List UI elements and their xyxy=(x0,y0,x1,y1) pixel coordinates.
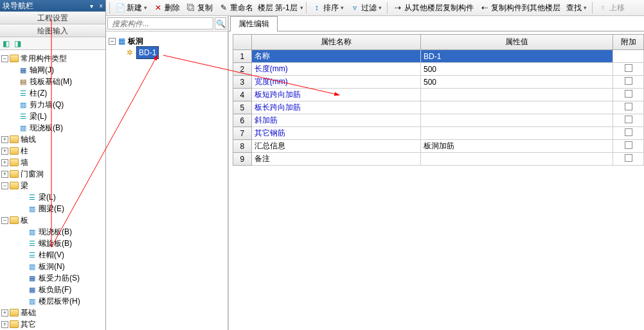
search-button[interactable]: 🔍 xyxy=(215,17,226,30)
property-value[interactable]: 板洞加筋 xyxy=(420,140,613,153)
property-value[interactable]: 500 xyxy=(420,76,613,89)
copy-button[interactable]: ⿻复制 xyxy=(183,1,215,15)
tree-leaf[interactable]: ▥剪力墙(Q) xyxy=(1,99,104,110)
property-attach[interactable] xyxy=(613,127,644,140)
checkbox[interactable] xyxy=(625,90,632,98)
property-value[interactable] xyxy=(420,127,613,140)
checkbox[interactable] xyxy=(625,128,632,136)
expand-icon[interactable]: + xyxy=(1,171,8,178)
sort-button[interactable]: ↕排序▾ xyxy=(309,1,346,15)
tree-leaf[interactable]: ☰梁(L) xyxy=(1,110,104,122)
close-icon[interactable]: × xyxy=(99,3,103,10)
property-value[interactable] xyxy=(420,89,613,101)
expand-icon[interactable]: + xyxy=(1,321,8,328)
checkbox[interactable] xyxy=(625,64,632,72)
property-attach[interactable] xyxy=(613,140,644,153)
tab-project[interactable]: 工程设置 xyxy=(0,12,105,24)
property-row[interactable]: 2长度(mm)500 xyxy=(233,63,644,76)
tree-leaf[interactable]: ▦板受力筋(S) xyxy=(1,272,104,284)
expand-icon[interactable]: + xyxy=(1,159,8,166)
chevron-down-icon[interactable]: ▾ xyxy=(300,4,303,11)
floor-value[interactable]: 第-1层 xyxy=(275,3,298,13)
col-value: 属性值 xyxy=(420,35,613,50)
checkbox[interactable] xyxy=(625,116,632,123)
tree-leaf[interactable]: ▥现浇板(B) xyxy=(1,122,104,134)
tree-leaf[interactable]: ☰柱(Z) xyxy=(1,87,104,99)
property-row[interactable]: 3宽度(mm)500 xyxy=(233,76,644,89)
tree-label: 门窗洞 xyxy=(21,168,44,180)
property-row[interactable]: 5板长跨向加筋 xyxy=(233,101,644,114)
property-value[interactable] xyxy=(420,101,613,114)
tree-leaf[interactable]: ▦轴网(J) xyxy=(1,64,104,76)
property-value[interactable] xyxy=(420,114,613,127)
tree-folder[interactable]: −板 xyxy=(1,214,104,226)
tree-folder[interactable]: −常用构件类型 xyxy=(1,53,104,64)
property-value[interactable] xyxy=(420,153,613,166)
property-row[interactable]: 7其它钢筋 xyxy=(233,127,644,140)
find-button[interactable]: 查找▾ xyxy=(564,1,589,15)
checkbox[interactable] xyxy=(625,141,632,149)
collapse-icon[interactable]: − xyxy=(109,38,116,45)
property-row[interactable]: 6斜加筋 xyxy=(233,114,644,127)
tree-folder[interactable]: −梁 xyxy=(1,180,104,191)
blue-icon: ▥ xyxy=(28,227,37,236)
filter-button[interactable]: ▿过滤▾ xyxy=(347,1,384,15)
tree-folder[interactable]: +基础 xyxy=(1,307,104,318)
tree-leaf[interactable]: ☰螺旋板(B) xyxy=(1,238,104,249)
tree-leaf[interactable]: ▥板洞(N) xyxy=(1,261,104,272)
tab-draw[interactable]: 绘图输入 xyxy=(0,24,105,37)
expand-icon[interactable]: + xyxy=(1,136,8,143)
blue-icon: ▥ xyxy=(19,123,28,132)
property-attach[interactable] xyxy=(613,89,644,101)
mini-icon-1[interactable]: ◧ xyxy=(3,39,12,48)
property-attach[interactable] xyxy=(613,63,644,76)
tab-property-edit[interactable]: 属性编辑 xyxy=(230,16,278,31)
checkbox[interactable] xyxy=(625,103,632,110)
expand-icon[interactable]: − xyxy=(1,182,8,189)
property-attach[interactable] xyxy=(613,114,644,127)
checkbox[interactable] xyxy=(625,154,632,162)
new-button[interactable]: 📄新建▾ xyxy=(112,1,150,15)
tree-folder[interactable]: +墙 xyxy=(1,157,104,168)
expand-icon[interactable]: + xyxy=(1,309,8,317)
expand-icon[interactable]: + xyxy=(1,148,8,155)
property-attach[interactable] xyxy=(613,50,644,63)
checkbox[interactable] xyxy=(625,77,632,85)
property-row[interactable]: 4板短跨向加筋 xyxy=(233,89,644,101)
grid-icon: ▦ xyxy=(28,274,37,282)
component-item-label: BD-1 xyxy=(136,46,159,59)
property-attach[interactable] xyxy=(613,101,644,114)
search-input[interactable] xyxy=(107,17,213,30)
delete-button[interactable]: ✕删除 xyxy=(150,1,183,15)
property-attach[interactable] xyxy=(613,153,644,166)
tree-folder[interactable]: +柱 xyxy=(1,145,104,157)
tree-folder[interactable]: +轴线 xyxy=(1,134,104,145)
tree-folder[interactable]: +门窗洞 xyxy=(1,168,104,180)
property-row[interactable]: 1名称BD-1 xyxy=(233,50,644,63)
tree-leaf[interactable]: ▥圈梁(E) xyxy=(1,203,104,214)
folder-icon xyxy=(10,216,19,224)
mini-icon-2[interactable]: ◨ xyxy=(14,39,23,48)
up-button: ↑上移 xyxy=(595,1,627,15)
tree-leaf[interactable]: ☰柱帽(V) xyxy=(1,249,104,261)
property-attach[interactable] xyxy=(613,76,644,89)
property-row[interactable]: 9备注 xyxy=(233,153,644,166)
tree-leaf[interactable]: ▤筏板基础(M) xyxy=(1,76,104,87)
property-value[interactable]: BD-1 xyxy=(420,50,613,63)
expand-icon[interactable]: − xyxy=(1,217,8,224)
copy-to-other-button[interactable]: ⇠复制构件到其他楼层 xyxy=(477,1,563,15)
property-row[interactable]: 8汇总信息板洞加筋 xyxy=(233,140,644,153)
tree-leaf[interactable]: ▦板负筋(F) xyxy=(1,284,104,295)
expand-icon[interactable]: − xyxy=(1,55,8,62)
pin-icon[interactable]: ▾ xyxy=(90,3,93,10)
property-value[interactable]: 500 xyxy=(420,63,613,76)
rename-button[interactable]: ✎重命名 xyxy=(216,1,256,15)
component-item[interactable]: ✲ BD-1 xyxy=(109,47,225,58)
copy-from-other-button[interactable]: ⇢从其他楼层复制构件 xyxy=(390,1,476,15)
tree-leaf[interactable]: ▥楼层板带(H) xyxy=(1,295,104,307)
tree-leaf[interactable]: ▥现浇板(B) xyxy=(1,226,104,238)
folder-icon xyxy=(10,320,19,328)
tree-folder[interactable]: +其它 xyxy=(1,318,104,330)
component-group[interactable]: − ▦ 板洞 xyxy=(109,35,225,47)
tree-leaf[interactable]: ☰梁(L) xyxy=(1,191,104,203)
